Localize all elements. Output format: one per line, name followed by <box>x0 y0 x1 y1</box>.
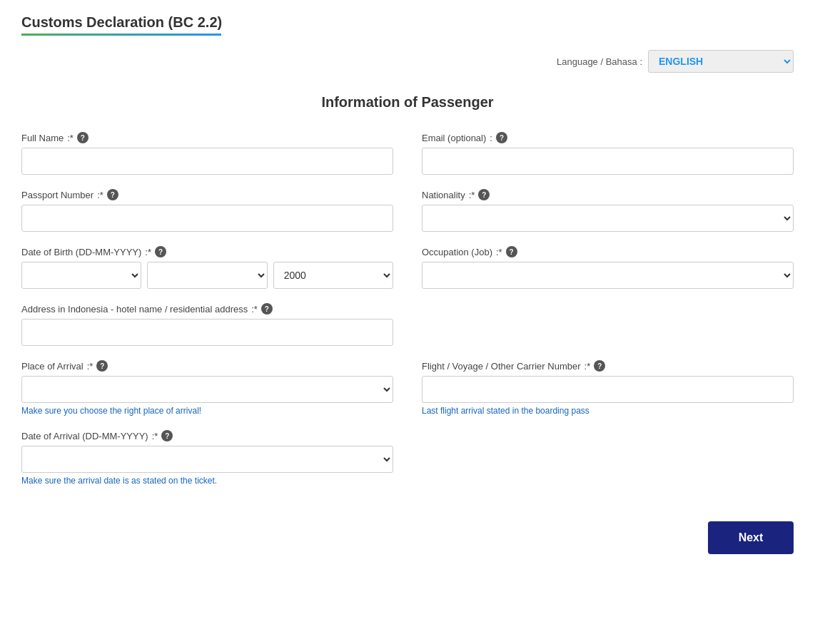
passport-help-icon[interactable]: ? <box>107 189 118 200</box>
flight-number-group: Flight / Voyage / Other Carrier Number :… <box>422 360 794 416</box>
email-input[interactable] <box>422 148 794 175</box>
place-of-arrival-select[interactable] <box>21 376 393 403</box>
place-of-arrival-group: Place of Arrival :* ? Make sure you choo… <box>21 360 393 416</box>
address-label: Address in Indonesia - hotel name / resi… <box>21 303 393 315</box>
date-of-arrival-hint: Make sure the arrival date is as stated … <box>21 476 393 486</box>
dob-year-select[interactable]: 2000 1999199819971996 1995199019851980 1… <box>273 262 393 289</box>
full-name-input[interactable] <box>21 148 393 175</box>
nationality-label: Nationality :* ? <box>422 189 794 200</box>
address-group: Address in Indonesia - hotel name / resi… <box>21 303 393 346</box>
language-bar: Language / Bahasa : ENGLISH BAHASA INDON… <box>21 50 794 73</box>
bottom-bar: Next <box>21 507 794 561</box>
place-of-arrival-help-icon[interactable]: ? <box>96 360 108 372</box>
flight-number-label: Flight / Voyage / Other Carrier Number :… <box>422 360 794 372</box>
next-button[interactable]: Next <box>708 521 794 554</box>
email-group: Email (optional) : ? <box>422 132 794 175</box>
place-of-arrival-label: Place of Arrival :* ? <box>21 360 393 372</box>
flight-number-help-icon[interactable]: ? <box>594 360 605 372</box>
dob-day-select[interactable]: 12345 678910 1112131415 1617181920 21222… <box>21 262 141 289</box>
title-underline <box>21 34 221 36</box>
nationality-select[interactable] <box>422 205 794 232</box>
dob-group: Date of Birth (DD-MM-YYYY) :* ? 12345 67… <box>21 246 393 289</box>
occupation-select[interactable] <box>422 262 794 289</box>
place-of-arrival-hint: Make sure you choose the right place of … <box>21 406 393 416</box>
occupation-group: Occupation (Job) :* ? <box>422 246 794 289</box>
full-name-label: Full Name :* ? <box>21 132 393 143</box>
passport-label: Passport Number :* ? <box>21 189 393 200</box>
passport-input[interactable] <box>21 205 393 232</box>
nationality-help-icon[interactable]: ? <box>478 189 490 200</box>
nationality-group: Nationality :* ? <box>422 189 794 232</box>
language-select[interactable]: ENGLISH BAHASA INDONESIA <box>648 50 794 73</box>
passport-group: Passport Number :* ? <box>21 189 393 232</box>
dob-month-select[interactable]: JanuaryFebruaryMarchApril MayJuneJulyAug… <box>147 262 267 289</box>
date-of-arrival-select[interactable] <box>21 446 393 473</box>
date-of-arrival-label: Date of Arrival (DD-MM-YYYY) :* ? <box>21 430 393 441</box>
address-help-icon[interactable]: ? <box>261 303 273 315</box>
address-input[interactable] <box>21 319 393 346</box>
flight-number-hint: Last flight arrival stated in the boardi… <box>422 406 794 416</box>
language-label: Language / Bahasa : <box>557 56 642 67</box>
dob-selects: 12345 678910 1112131415 1617181920 21222… <box>21 262 393 289</box>
arrival-grid: Place of Arrival :* ? Make sure you choo… <box>21 360 794 486</box>
occupation-help-icon[interactable]: ? <box>506 246 517 257</box>
date-of-arrival-help-icon[interactable]: ? <box>161 430 173 441</box>
dob-help-icon[interactable]: ? <box>155 246 166 257</box>
arrival-spacer <box>422 430 794 486</box>
full-name-group: Full Name :* ? <box>21 132 393 175</box>
email-help-icon[interactable]: ? <box>496 132 507 143</box>
flight-number-input[interactable] <box>422 376 794 403</box>
email-label: Email (optional) : ? <box>422 132 794 143</box>
section-title: Information of Passenger <box>21 94 794 111</box>
occupation-label: Occupation (Job) :* ? <box>422 246 794 257</box>
dob-label: Date of Birth (DD-MM-YYYY) :* ? <box>21 246 393 257</box>
date-of-arrival-group: Date of Arrival (DD-MM-YYYY) :* ? Make s… <box>21 430 393 486</box>
passenger-form: Full Name :* ? Email (optional) : ? Pass… <box>21 132 794 346</box>
arrival-section: Place of Arrival :* ? Make sure you choo… <box>21 360 794 486</box>
page-title: Customs Declaration (BC 2.2) <box>21 14 794 31</box>
address-spacer <box>422 303 794 346</box>
full-name-help-icon[interactable]: ? <box>77 132 88 143</box>
